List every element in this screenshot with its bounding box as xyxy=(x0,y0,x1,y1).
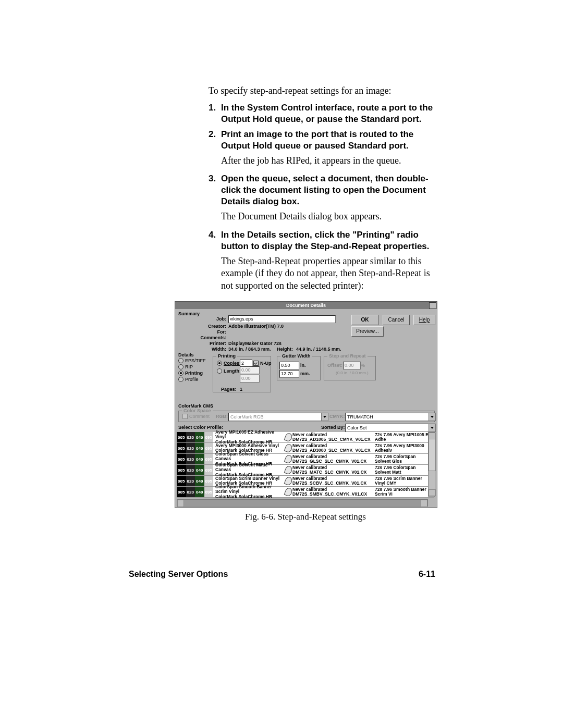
step-text: Print an image to the port that is route… xyxy=(221,129,438,152)
step-3: 3. Open the queue, select a document, th… xyxy=(209,173,438,207)
radio-length[interactable]: Length: xyxy=(217,368,241,374)
width-value: 34.0 in. / 864.3 mm. xyxy=(228,347,271,352)
offset-note: (0.0 in. / 0.0 mm.) xyxy=(336,371,369,375)
rgb-label: RGB: xyxy=(216,414,228,419)
radio-printing[interactable]: Printing xyxy=(178,371,203,376)
profile-table[interactable]: 005020040095Avery MPI1005 EZ Adhesive Vi… xyxy=(177,432,434,498)
footer-right: 6-11 xyxy=(419,570,435,579)
document-details-dialog: Document Details Summary Job: vikings.ep… xyxy=(175,301,437,508)
height-value: 44.9 in. / 1140.5 mm. xyxy=(296,347,341,352)
dialog-titlebar[interactable]: Document Details xyxy=(175,302,437,309)
step-number: 1. xyxy=(209,102,221,125)
step-number: 2. xyxy=(209,129,221,152)
for-label: For: xyxy=(216,329,226,335)
length-mm-field[interactable]: 0.00 xyxy=(240,375,260,382)
figure-caption: Fig. 6-6. Step-and-Repeat settings xyxy=(175,512,436,522)
creator-label: Creator: xyxy=(201,324,226,329)
gutter-mm-field[interactable]: 12.70 xyxy=(279,370,299,378)
radio-rip[interactable]: RIP xyxy=(178,364,193,369)
profile-colorset: 72s 7.96 Avery MPI1005 EZ Adhe xyxy=(373,432,434,442)
leaf-icon xyxy=(284,443,293,453)
scroll-thumb[interactable] xyxy=(429,439,436,471)
chevron-down-icon xyxy=(321,413,328,421)
preview-button-overlay[interactable]: Preview... xyxy=(351,326,384,337)
radio-profile[interactable]: Profile xyxy=(178,377,199,382)
help-button[interactable]: Help xyxy=(413,315,435,325)
profile-colorset: 72s 7.96 ColorSpan Solvent Matt xyxy=(373,465,434,475)
cancel-button[interactable]: Cancel xyxy=(383,315,410,325)
profile-colorset: 72s 7.96 Scrim Banner Vinyl CMY xyxy=(373,476,434,486)
profile-colorset: 72s 7.96 Smooth Banner Scrim Vi xyxy=(373,487,434,497)
width-label: Width: xyxy=(206,347,226,352)
profile-calibration: Never calibratedDM72S_MATC_SLC_CMYK_V01.… xyxy=(285,465,373,475)
printing-group-label: Printing xyxy=(216,353,237,359)
step-number: 3. xyxy=(209,173,221,207)
swatch-icon: 005020040095 xyxy=(177,476,213,486)
step-text: Open the queue, select a document, then … xyxy=(221,173,438,207)
profile-name: ColorSpan Smooth Banner Scrim VinylColor… xyxy=(213,487,285,497)
nup-checkbox[interactable]: N-Up xyxy=(253,361,272,366)
profile-colorset: 72s 7.96 ColorSpan Solvent Glos xyxy=(373,454,434,464)
job-field[interactable]: vikings.eps xyxy=(228,315,336,323)
profile-calibration: Never calibratedDM72S_AD1005_SLC_CMYK_V0… xyxy=(285,432,373,442)
swatch-icon: 005020040095 xyxy=(177,432,213,442)
ok-button[interactable]: OK xyxy=(351,315,378,325)
step-number: 4. xyxy=(209,229,221,252)
profile-calibration: Never calibratedDM72S_GLSC_SLC_CMYK_V01.… xyxy=(285,454,373,464)
table-row[interactable]: 005020040095ColorSpan Solvent Matte Canv… xyxy=(177,465,434,476)
profile-name: ColorSpan Solvent Matte CanvasColorMark … xyxy=(213,465,285,475)
scroll-left-icon[interactable] xyxy=(177,500,184,507)
pages-value: 1 xyxy=(240,387,242,392)
step-text: In the System Control interface, route a… xyxy=(221,102,438,125)
offset-unit: % xyxy=(361,363,365,368)
sorted-by-label: Sorted By: xyxy=(321,425,345,430)
length-in-field[interactable]: 0.00 xyxy=(240,366,260,374)
sorted-by-dropdown[interactable]: Color Set xyxy=(345,424,436,432)
offset-field[interactable]: 0.00 xyxy=(343,362,361,369)
comment-checkbox[interactable]: Comment xyxy=(182,414,210,419)
leaf-icon xyxy=(284,432,293,442)
job-label: Job: xyxy=(205,316,226,322)
swatch-icon: 005020040095 xyxy=(177,443,213,453)
radio-copies[interactable]: Copies: xyxy=(217,361,241,366)
step-4-after: The Step-and-Repeat properties appear si… xyxy=(221,255,438,292)
rgb-dropdown[interactable]: ColorMark RGB xyxy=(228,413,328,421)
radio-eps-tiff[interactable]: EPS/TIFF xyxy=(178,358,206,363)
profile-name: Avery MPI1005 EZ Adhesive VinylColorMark… xyxy=(213,432,285,442)
cmyk-label: CMYK: xyxy=(329,414,345,419)
step-2: 2. Print an image to the port that is ro… xyxy=(209,129,438,152)
cmyk-dropdown[interactable]: TRUMATCH xyxy=(345,413,436,421)
gutter-group-label: Gutter Width xyxy=(280,353,312,359)
printer-label: Printer: xyxy=(204,341,226,346)
creator-value: Adobe Illustrator(TM) 7.0 xyxy=(228,324,284,329)
leaf-icon xyxy=(284,487,293,497)
footer-left: Selecting Server Options xyxy=(129,570,228,579)
scroll-right-icon[interactable] xyxy=(421,500,427,507)
details-label: Details xyxy=(178,352,194,357)
chevron-down-icon xyxy=(429,413,435,421)
vertical-scrollbar[interactable] xyxy=(428,432,435,497)
comments-label: Comments: xyxy=(196,335,226,340)
step-text: In the Details section, click the "Print… xyxy=(221,229,438,252)
leaf-icon xyxy=(284,465,293,475)
table-row[interactable]: 005020040095ColorSpan Smooth Banner Scri… xyxy=(177,487,434,498)
swatch-icon: 005020040095 xyxy=(177,465,213,475)
horizontal-scrollbar[interactable] xyxy=(177,499,428,507)
leaf-icon xyxy=(284,476,293,486)
step-3-after: The Document Details dialog box appears. xyxy=(221,211,438,223)
swatch-icon: 005020040095 xyxy=(177,487,213,497)
dialog-title: Document Details xyxy=(286,303,326,308)
close-icon[interactable] xyxy=(429,302,436,309)
profile-calibration: Never calibratedDM72S_SMBV_SLC_CMYK_V01.… xyxy=(285,487,373,497)
page-footer: Selecting Server Options 6-11 xyxy=(129,570,435,579)
chevron-down-icon xyxy=(429,424,435,431)
gutter-mm-label: mm. xyxy=(300,371,310,376)
swatch-icon: 005020040095 xyxy=(177,454,213,464)
printer-value: DisplayMaker Gator 72s xyxy=(228,341,282,346)
gutter-in-field[interactable]: 0.50 xyxy=(279,362,299,369)
leaf-icon xyxy=(284,454,293,464)
scroll-down-icon[interactable] xyxy=(429,489,436,496)
profile-calibration: Never calibratedDM72S_SCBV_SLC_CMYK_V01.… xyxy=(285,476,373,486)
table-row[interactable]: 005020040095Avery MPI1005 EZ Adhesive Vi… xyxy=(177,432,434,443)
step-1: 1. In the System Control interface, rout… xyxy=(209,102,438,125)
